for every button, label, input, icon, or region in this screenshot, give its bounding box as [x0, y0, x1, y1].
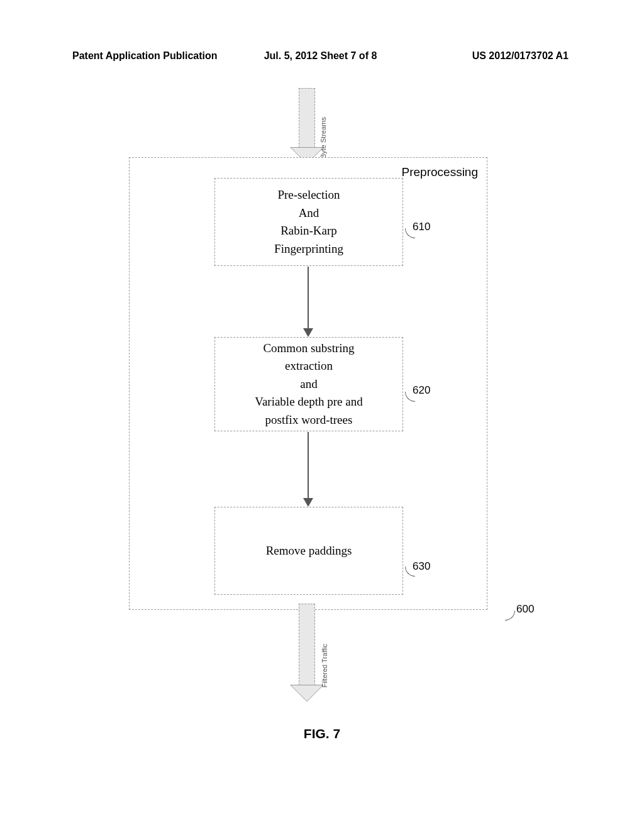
preprocessing-title: Preprocessing [402, 165, 478, 179]
header-right: US 2012/0173702 A1 [403, 50, 569, 62]
figure-label: FIG. 7 [0, 726, 644, 741]
step-box-text: Common substring extraction and Variable… [255, 340, 362, 429]
diagram: Byte Streams Preprocessing Pre-selection… [94, 88, 535, 717]
output-arrow-label: Filtered Traffic [321, 644, 328, 688]
input-arrow-icon: Byte Streams [291, 88, 323, 163]
leader-icon [505, 611, 515, 621]
input-arrow-label: Byte Streams [319, 117, 327, 158]
leader-icon [405, 228, 415, 238]
step-box-preselection: Pre-selection And Rabin-Karp Fingerprint… [214, 178, 403, 266]
leader-icon [405, 392, 415, 402]
header-center: Jul. 5, 2012 Sheet 7 of 8 [238, 50, 403, 62]
step-box-text: Remove paddings [266, 542, 352, 560]
output-arrow-icon: Filtered Traffic [291, 604, 323, 704]
step-box-text: Pre-selection And Rabin-Karp Fingerprint… [274, 186, 343, 258]
leader-icon [405, 567, 415, 577]
ref-610: 610 [413, 221, 430, 233]
ref-630: 630 [413, 560, 430, 573]
ref-600: 600 [516, 603, 534, 616]
preprocessing-container: Preprocessing Pre-selection And Rabin-Ka… [129, 157, 487, 610]
step-box-substring: Common substring extraction and Variable… [214, 337, 403, 431]
ref-620: 620 [413, 384, 430, 397]
page-header: Patent Application Publication Jul. 5, 2… [0, 50, 644, 62]
step-box-remove-paddings: Remove paddings [214, 507, 403, 595]
header-left: Patent Application Publication [72, 50, 238, 62]
